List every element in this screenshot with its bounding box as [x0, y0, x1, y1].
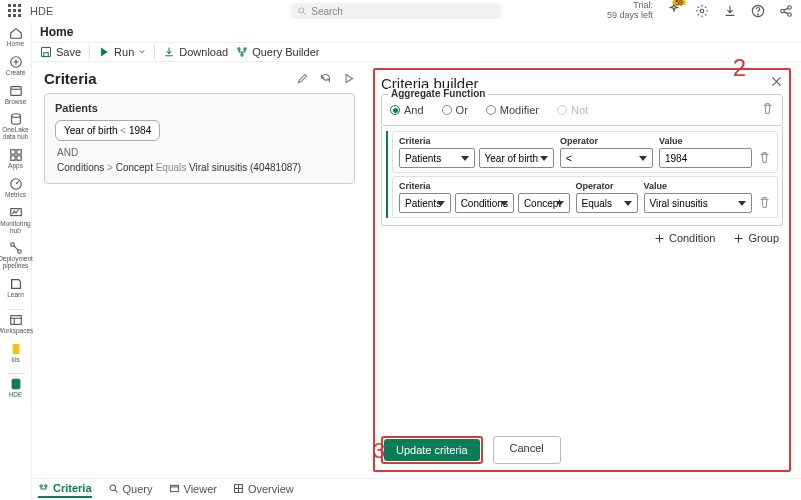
rail-home[interactable]: Home — [0, 26, 31, 48]
run-button[interactable]: Run — [98, 46, 146, 58]
app-launcher-icon[interactable] — [8, 4, 22, 18]
svg-rect-20 — [12, 343, 19, 354]
tab-viewer[interactable]: Viewer — [169, 483, 217, 497]
cancel-button[interactable]: Cancel — [493, 436, 561, 464]
rail-label: Browse — [5, 99, 27, 106]
rail-workspaces[interactable]: Workspaces — [0, 313, 31, 335]
field-label: Criteria — [399, 136, 554, 146]
radio-or[interactable]: Or — [442, 104, 468, 116]
criteria-rows-container: Criteria Patients Year of birth Operator… — [381, 126, 783, 226]
help-icon[interactable] — [751, 4, 765, 18]
top-bar: HDE Search Trial: 59 days left 59 — [0, 0, 801, 22]
attribute-select[interactable]: Concept — [518, 193, 570, 213]
value-select[interactable]: Viral sinusitis — [644, 193, 753, 213]
value-field-group: Value 1984 — [659, 136, 752, 168]
app-title: HDE — [30, 5, 53, 17]
rail-label: Deployment pipelines — [0, 256, 33, 270]
radio-not[interactable]: Not — [557, 104, 588, 116]
save-button[interactable]: Save — [40, 46, 81, 58]
rail-create[interactable]: Create — [0, 55, 31, 77]
delete-aggregate-button[interactable] — [761, 101, 774, 119]
trial-line2: 59 days left — [607, 11, 653, 21]
page-header: Home — [32, 22, 801, 42]
rail-apps[interactable]: Apps — [0, 148, 31, 170]
refresh-icon[interactable] — [319, 72, 332, 85]
rail-monitoring[interactable]: Monitoring hub — [0, 206, 31, 235]
update-criteria-button[interactable]: Update criteria — [384, 439, 480, 461]
criteria-field-group: Criteria Patients Conditions Concept — [399, 181, 570, 213]
select-value: Year of birth — [485, 153, 539, 164]
rail-learn[interactable]: Learn — [0, 277, 31, 299]
builder-footer: 3 Update criteria Cancel — [381, 436, 561, 464]
builder-toolbar: Condition Group — [381, 226, 783, 244]
rail-label: Home — [7, 41, 24, 48]
search-placeholder: Search — [311, 6, 343, 17]
gear-icon[interactable] — [695, 4, 709, 18]
tab-query[interactable]: Query — [108, 483, 153, 497]
sub-entity-select[interactable]: Conditions — [455, 193, 514, 213]
value-input[interactable]: 1984 — [659, 148, 752, 168]
rail-divider — [7, 309, 25, 310]
svg-point-7 — [788, 13, 792, 17]
rail-metrics[interactable]: Metrics — [0, 177, 31, 199]
criteria-title-row: Criteria — [44, 70, 355, 87]
rail-onelake[interactable]: OneLake data hub — [0, 112, 31, 141]
svg-point-2 — [700, 9, 704, 13]
radio-modifier[interactable]: Modifier — [486, 104, 539, 116]
entity-select[interactable]: Patients — [399, 193, 451, 213]
operator-select[interactable]: Equals — [576, 193, 638, 213]
entity-select[interactable]: Patients — [399, 148, 475, 168]
radio-icon — [557, 105, 567, 115]
rail-label: Learn — [7, 292, 24, 299]
play-outline-icon[interactable] — [342, 72, 355, 85]
rail-label: Metrics — [5, 192, 26, 199]
rail-ids[interactable]: Ids — [0, 342, 31, 364]
link-share-icon[interactable] — [779, 4, 793, 18]
radio-icon — [390, 105, 400, 115]
query-builder-button[interactable]: Query Builder — [236, 46, 319, 58]
download-icon[interactable] — [723, 4, 737, 18]
btn-label: Condition — [669, 232, 715, 244]
search-input[interactable]: Search — [291, 3, 501, 19]
select-value: Conditions — [461, 198, 508, 209]
rail-label: OneLake data hub — [0, 127, 31, 141]
add-group-button[interactable]: Group — [733, 232, 779, 244]
rail-label: Apps — [8, 163, 23, 170]
chip-op: < — [120, 125, 126, 136]
tab-label: Criteria — [53, 482, 92, 494]
select-value: Equals — [582, 198, 613, 209]
rail-pipelines[interactable]: Deployment pipelines — [0, 241, 31, 270]
select-value: < — [566, 153, 572, 164]
radio-label: And — [404, 104, 424, 116]
aggregate-radio-group: And Or Modifier Not — [390, 104, 588, 116]
cond-path1: Conditions — [57, 162, 104, 173]
operator-select[interactable]: < — [560, 148, 653, 168]
chip-field: Year of birth — [64, 125, 118, 136]
svg-rect-9 — [10, 86, 21, 95]
criteria-chip[interactable]: Year of birth < 1984 — [55, 120, 160, 141]
add-condition-button[interactable]: Condition — [654, 232, 715, 244]
input-value: 1984 — [665, 153, 687, 164]
svg-rect-19 — [10, 315, 21, 324]
tab-overview[interactable]: Overview — [233, 483, 294, 497]
radio-and[interactable]: And — [390, 104, 424, 116]
top-right-cluster: Trial: 59 days left 59 — [607, 1, 793, 21]
rail-browse[interactable]: Browse — [0, 84, 31, 106]
edit-icon[interactable] — [296, 72, 309, 85]
delete-row-button[interactable] — [758, 138, 771, 168]
radio-label: Or — [456, 104, 468, 116]
svg-point-29 — [109, 485, 115, 491]
svg-rect-30 — [170, 485, 178, 491]
trial-sparkle-icon[interactable]: 59 — [667, 3, 681, 19]
close-button[interactable] — [770, 74, 783, 92]
builder-highlight-box: Criteria builder Aggregate Function And … — [373, 68, 791, 472]
criteria-joiner: AND — [57, 147, 344, 158]
download-button[interactable]: Download — [163, 46, 228, 58]
radio-icon — [486, 105, 496, 115]
attribute-select[interactable]: Year of birth — [479, 148, 555, 168]
criteria-card: Patients Year of birth < 1984 AND Condit… — [44, 93, 355, 184]
rail-hde[interactable]: HDE — [0, 377, 31, 399]
tab-criteria[interactable]: Criteria — [38, 482, 92, 498]
delete-row-button[interactable] — [758, 183, 771, 213]
criteria-field-group: Criteria Patients Year of birth — [399, 136, 554, 168]
